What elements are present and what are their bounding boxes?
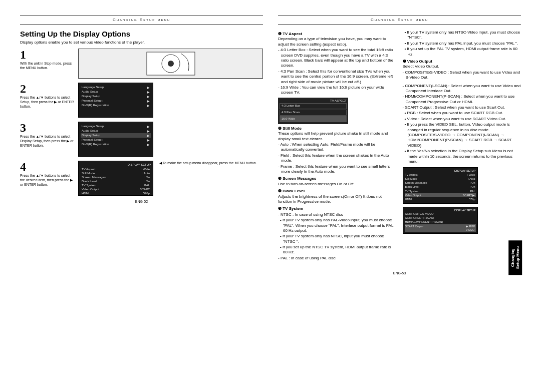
- display-setup-screenshot: DISPLAY SETUP TV Aspect: Wide Still Mode…: [78, 161, 153, 196]
- display-setup-mini-screenshot: DISPLAY SETUP TV Aspect: Wide Still Mode…: [403, 167, 478, 203]
- step-3: 3 Press the ▲/▼ buttons to select Displa…: [20, 122, 263, 157]
- step-4: 4 Press the ▲/▼ buttons to select the de…: [20, 161, 263, 196]
- intro-text: Display options enable you to set variou…: [20, 40, 263, 45]
- setup-menu-screenshot-1: Language Setup▶ Audio Setup▶ Display Set…: [78, 83, 153, 118]
- step-2-text: Press the ▲/▼ buttons to select Setup, t…: [20, 96, 75, 109]
- step-3-number: 3: [20, 122, 75, 134]
- tv-aspect-lead: Depending on a type of television you ha…: [278, 37, 397, 47]
- still-mode-title: ❷ Still Mode: [278, 126, 397, 131]
- left-page-number: ENG-52: [20, 200, 263, 203]
- setup-menu-screenshot-2: Language Setup▶ Audio Setup▶ Display Set…: [78, 122, 153, 157]
- video-output-title: ❻ Video Output: [403, 59, 521, 64]
- side-tab: Changing Setup Menu: [508, 240, 522, 275]
- step-4-number: 4: [20, 161, 75, 173]
- screen-messages-title: ❸ Screen Messages: [278, 176, 397, 181]
- right-page-header: Changing Setup menu: [278, 15, 521, 25]
- page-title: Setting Up the Display Options: [20, 30, 263, 38]
- step-1-number: 1: [20, 49, 75, 61]
- tv-aspect-screenshot: TV ASPECT 4:3 Letter Box 4:3 Pan Scan 16…: [278, 98, 348, 124]
- black-level-title: ❹ Black Level: [278, 189, 397, 194]
- remote-illustration: [78, 49, 263, 79]
- video-output-mini-screenshot: DISPLAY SETUP COMPOSITE/S-VIDEO COMPONEN…: [403, 207, 478, 234]
- svg-point-2: [168, 61, 174, 67]
- step-3-text: Press the ▲/▼ buttons to select Display …: [20, 135, 75, 148]
- step-2: 2 Press the ▲/▼ buttons to select Setup,…: [20, 83, 263, 118]
- left-page-header: Changing Setup menu: [20, 15, 263, 25]
- tv-system-title: ❺ TV System: [278, 206, 397, 211]
- menu-close-note: ◀ To make the setup menu disappear, pres…: [156, 161, 263, 196]
- right-page-number: ENG-53: [278, 271, 521, 275]
- step-1-text: With the unit in Stop mode, press the ME…: [20, 62, 75, 71]
- step-1: 1 With the unit in Stop mode, press the …: [20, 49, 263, 79]
- step-4-text: Press the ▲/▼ buttons to select the desi…: [20, 174, 75, 187]
- step-2-number: 2: [20, 83, 75, 95]
- tv-aspect-title: ❶ TV Aspect: [278, 32, 397, 37]
